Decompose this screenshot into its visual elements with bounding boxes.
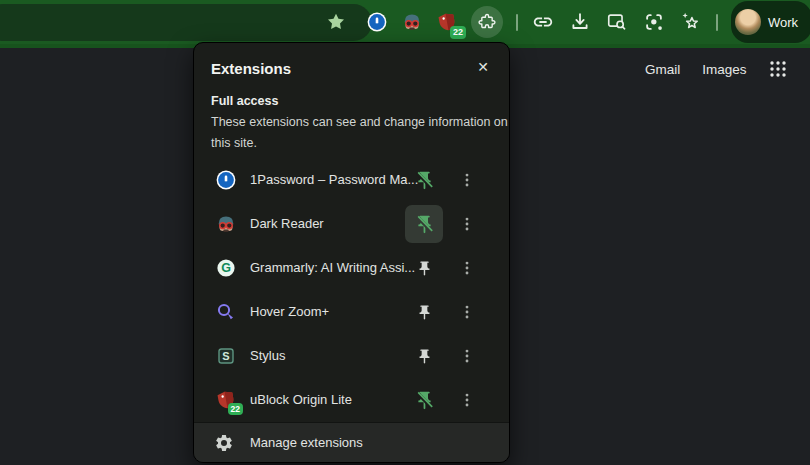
manage-extensions-button[interactable]: Manage extensions [194,422,509,462]
unpin-button[interactable] [405,381,443,419]
ext-label: uBlock Origin Lite [250,392,352,407]
toolbar-separator [716,14,718,31]
gear-icon [214,433,234,453]
kebab-menu-icon[interactable] [455,256,479,280]
download-icon[interactable] [568,10,592,34]
page-search-icon[interactable] [605,10,629,34]
popup-title: Extensions [211,60,291,77]
toolbar-action-icons [531,10,703,34]
kebab-menu-icon[interactable] [455,168,479,192]
svg-text:S: S [222,350,229,362]
1password-icon [216,170,236,190]
kebab-menu-icon[interactable] [455,212,479,236]
toolbar-ublock-icon[interactable]: 22 [436,11,458,33]
manage-extensions-label: Manage extensions [250,435,363,450]
svg-text:G: G [221,261,231,275]
unpin-button[interactable] [405,161,443,199]
toolbar-extension-icons: 22 [366,6,503,38]
pin-button[interactable] [405,337,443,375]
dark-reader-icon [216,214,236,234]
toolbar-separator [516,14,518,31]
images-link[interactable]: Images [702,62,746,77]
pin-button[interactable] [405,249,443,287]
kebab-menu-icon[interactable] [455,300,479,324]
unpin-button[interactable] [405,205,443,243]
ublock-badge: 22 [228,403,243,416]
ext-label: 1Password – Password Ma... [250,172,418,187]
stylus-icon: S [216,346,236,366]
extension-row: S Stylus [194,334,509,378]
grammarly-icon: G [216,258,236,278]
extension-row: Hover Zoom+ [194,290,509,334]
address-bar[interactable] [0,4,372,41]
avatar [735,9,761,35]
extension-row: Dark Reader [194,202,509,246]
bookmark-star-icon[interactable] [326,12,346,32]
extension-row: 22 uBlock Origin Lite [194,378,509,422]
profile-label: Work [768,15,798,30]
lens-icon[interactable] [642,10,666,34]
close-icon[interactable]: ✕ [473,57,493,77]
ext-label: Dark Reader [250,216,324,231]
gmail-link[interactable]: Gmail [645,62,680,77]
apps-grid-icon[interactable] [769,60,787,78]
browser-toolbar: 22 Work [0,0,810,44]
toolbar-dark-reader-icon[interactable] [401,11,423,33]
toolbar-1password-icon[interactable] [366,11,388,33]
profile-chip[interactable]: Work [731,1,810,43]
pin-button[interactable] [405,293,443,331]
toolbar-right-cluster: 22 Work [366,0,810,44]
kebab-menu-icon[interactable] [455,344,479,368]
ublock-icon: 22 [216,390,236,410]
section-title: Full access [211,94,278,108]
extension-row: G Grammarly: AI Writing Assi... [194,246,509,290]
ext-label: Hover Zoom+ [250,304,329,319]
toolbar-puzzle-icon[interactable] [471,6,503,38]
hover-zoom-icon [216,302,236,322]
kebab-menu-icon[interactable] [455,388,479,412]
ext-label: Grammarly: AI Writing Assi... [250,260,415,275]
ext-label: Stylus [250,348,285,363]
section-description: These extensions can see and change info… [211,112,511,154]
page-header-links: Gmail Images [645,60,787,78]
extension-row: 1Password – Password Ma... [194,158,509,202]
ublock-badge: 22 [450,26,466,39]
extensions-popup: Extensions ✕ Full access These extension… [193,42,510,463]
sparkle-star-icon[interactable] [679,10,703,34]
browser-window: 22 Work Gmail Images Extensions ✕ Full a… [0,0,810,465]
link-icon[interactable] [531,10,555,34]
